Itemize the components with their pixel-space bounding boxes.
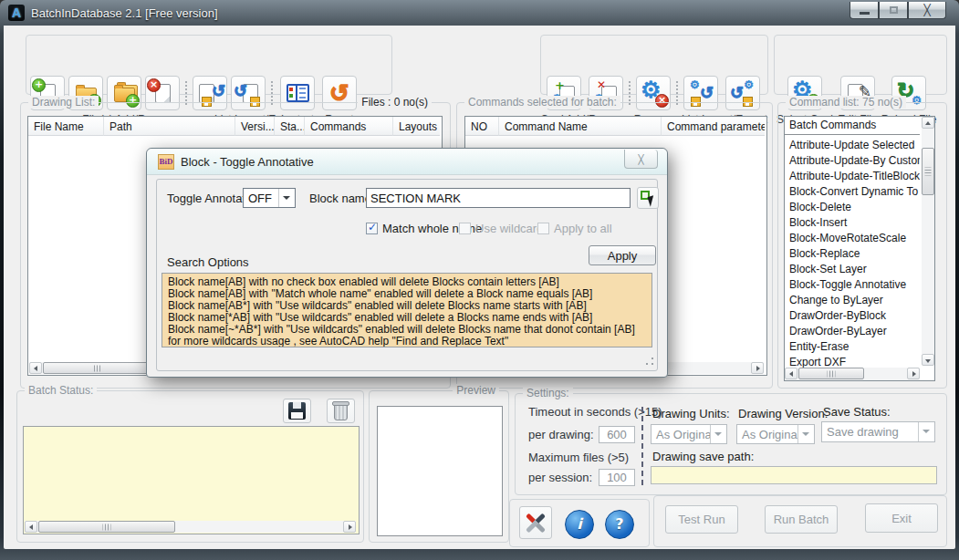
toolbar-files-group: File(s) Add/Remove List Import/Export La… xyxy=(26,35,392,95)
drawing-units-select[interactable]: As Original xyxy=(651,424,727,444)
utility-buttons-group: i ? xyxy=(509,499,650,547)
dialog-title: Block - Toggle Annotative xyxy=(181,155,314,169)
command-list-item[interactable]: Attribute-Update-By Custom Data xyxy=(785,153,920,169)
column-header[interactable]: Command parameters xyxy=(662,117,765,136)
command-list-item[interactable]: DrawOrder-ByBlock xyxy=(785,308,920,324)
exit-button[interactable]: Exit xyxy=(865,503,938,533)
about-button[interactable]: i xyxy=(565,510,594,539)
command-list-item[interactable]: DrawOrder-ByLayer xyxy=(785,324,920,339)
dialog-icon: BiD xyxy=(158,154,174,170)
save-status-select[interactable]: Save drawing xyxy=(821,421,935,442)
scroll-right-arrow[interactable] xyxy=(751,362,764,374)
preview-box xyxy=(377,406,503,536)
window-title: BatchInDatabase 2.1 [Free version] xyxy=(31,6,218,20)
scroll-left-arrow[interactable] xyxy=(29,362,42,374)
info-line: for more wildcards usage , see AutoCAD h… xyxy=(168,336,651,347)
command-list-item[interactable]: Block-MoveRotateScale xyxy=(785,231,920,246)
scrollbar-thumb[interactable] xyxy=(798,368,864,379)
column-header[interactable]: Commands xyxy=(305,117,393,136)
per-drawing-label: per drawing: xyxy=(528,428,594,441)
batch-status-label: Batch Status: xyxy=(25,384,97,397)
block-name-input[interactable] xyxy=(366,188,631,208)
app-window: A BatchInDatabase 2.1 [Free version] ╳ xyxy=(0,0,959,560)
scrollbar-thumb[interactable] xyxy=(38,521,175,533)
drawing-list-header: File Name Path Versi... Sta... Commands … xyxy=(28,117,442,136)
save-icon xyxy=(288,402,306,420)
settings-label: Settings: xyxy=(523,387,573,399)
drawing-units-label: Drawing Units: xyxy=(652,407,730,420)
horizontal-scrollbar[interactable] xyxy=(785,368,920,380)
test-run-button[interactable]: Test Run xyxy=(665,505,738,534)
scroll-right-arrow[interactable] xyxy=(907,368,920,379)
drawing-version-value: As Original xyxy=(737,425,797,443)
column-header[interactable]: Versi... xyxy=(235,117,275,136)
maximize-button[interactable] xyxy=(879,2,908,19)
apply-to-all-checkbox[interactable]: Apply to all xyxy=(537,222,612,235)
help-button[interactable]: ? xyxy=(605,510,634,539)
clear-status-log-button[interactable] xyxy=(327,399,355,423)
minimize-icon xyxy=(860,12,870,15)
command-list-item[interactable]: Block-Set Layer xyxy=(785,262,920,277)
command-list-item[interactable]: Entity-Erase xyxy=(785,339,920,355)
command-list-item[interactable]: Block-Convert Dynamic To Static xyxy=(785,184,920,200)
files-count: Files : 0 no(s) xyxy=(358,96,432,109)
close-icon: ╳ xyxy=(923,4,930,16)
batch-status-output[interactable] xyxy=(24,427,360,522)
pick-on-screen-icon xyxy=(641,191,656,206)
scroll-left-arrow[interactable] xyxy=(25,521,37,533)
dialog-close-button[interactable] xyxy=(624,150,658,169)
toggle-annotative-select[interactable]: OFF xyxy=(243,188,296,208)
scrollbar-thumb[interactable] xyxy=(43,362,152,374)
command-list-item[interactable]: Block-Delete xyxy=(785,200,920,215)
resize-grip[interactable] xyxy=(645,357,654,366)
scroll-right-arrow[interactable] xyxy=(343,521,356,533)
column-header[interactable]: Command Name xyxy=(499,117,662,136)
command-list-items: Attribute-Update SelectedAttribute-Updat… xyxy=(785,138,934,370)
drawing-list-label: Drawing List: xyxy=(28,96,99,109)
block-toggle-annotative-dialog: BiD Block - Toggle Annotative Toggle Ann… xyxy=(146,148,668,378)
per-session-label: per session: xyxy=(528,471,592,484)
horizontal-scrollbar[interactable] xyxy=(25,521,356,533)
drawing-version-select[interactable]: As Original xyxy=(736,424,815,444)
vertical-scrollbar[interactable] xyxy=(922,117,934,366)
drawing-units-value: As Original xyxy=(651,425,710,443)
title-bar[interactable]: A BatchInDatabase 2.1 [Free version] ╳ xyxy=(0,0,959,26)
minimize-button[interactable] xyxy=(850,2,879,19)
close-button[interactable]: ╳ xyxy=(908,2,946,19)
run-batch-button[interactable]: Run Batch xyxy=(765,505,838,534)
scroll-left-arrow[interactable] xyxy=(785,368,797,379)
command-list-item[interactable]: Block-Replace xyxy=(785,246,920,262)
scroll-up-arrow[interactable] xyxy=(922,117,934,129)
options-button[interactable] xyxy=(519,506,552,539)
toggle-annotative-value: OFF xyxy=(244,189,278,207)
max-files-label: Maximum files (>5) xyxy=(528,451,629,464)
command-listbox: Batch Commands Attribute-Update Selected… xyxy=(784,116,935,381)
apply-button[interactable]: Apply xyxy=(589,245,656,265)
scroll-down-arrow[interactable] xyxy=(922,354,934,366)
column-header[interactable]: Path xyxy=(104,117,235,136)
maximize-icon xyxy=(890,6,898,14)
command-list-group: Command list: 75 no(s) Batch Commands At… xyxy=(777,102,947,389)
search-options-info[interactable]: Block name[AB] with no check box enabled… xyxy=(162,273,652,347)
per-drawing-input[interactable] xyxy=(599,426,635,443)
command-list-item[interactable]: Change to ByLayer xyxy=(785,293,920,308)
save-path-input[interactable] xyxy=(651,466,937,484)
per-session-input[interactable] xyxy=(599,469,635,486)
command-list-item[interactable]: Attribute-Update-TitleBlock xyxy=(785,169,920,184)
command-list-item[interactable]: Attribute-Update Selected xyxy=(785,138,920,153)
list-item-batch-commands[interactable]: Batch Commands xyxy=(785,117,920,135)
app-icon: A xyxy=(8,5,25,21)
save-status-log-button[interactable] xyxy=(283,399,311,423)
column-header[interactable]: File Name xyxy=(28,117,104,136)
scrollbar-thumb[interactable] xyxy=(922,148,934,195)
column-header[interactable]: NO xyxy=(465,117,499,136)
column-header[interactable]: Layouts xyxy=(393,117,440,136)
pick-block-button[interactable] xyxy=(637,187,659,209)
command-list-item[interactable]: Block-Insert xyxy=(785,215,920,231)
command-list-item[interactable]: Block-Toggle Annotative xyxy=(785,277,920,293)
help-icon: ? xyxy=(615,517,623,532)
dialog-title-bar[interactable]: BiD Block - Toggle Annotative xyxy=(147,149,667,175)
column-header[interactable]: Sta... xyxy=(275,117,305,136)
checkbox-checked-icon xyxy=(366,223,378,234)
use-wildcards-checkbox[interactable]: Use wildcards xyxy=(459,222,549,235)
